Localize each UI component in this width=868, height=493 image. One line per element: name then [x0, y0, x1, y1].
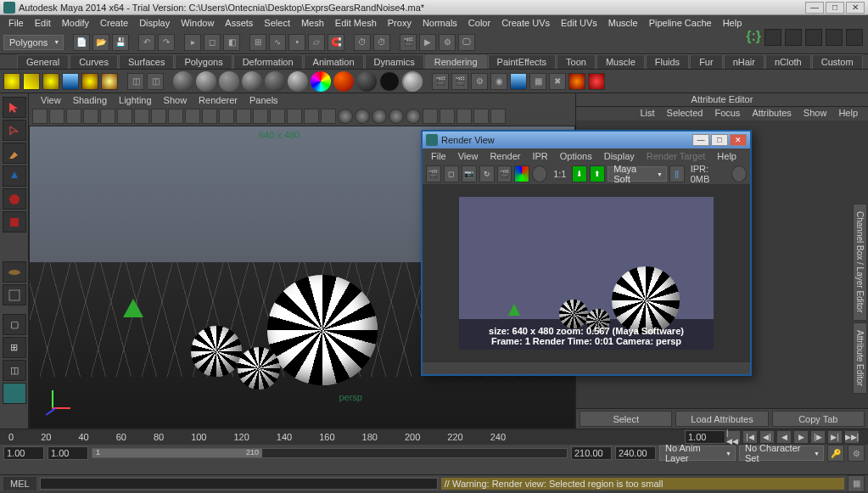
vp-menu-lighting[interactable]: Lighting	[114, 94, 157, 106]
anim-start-field[interactable]: 1.00	[3, 446, 44, 460]
shelf-tab-nhair[interactable]: nHair	[724, 54, 764, 69]
shader-anisotropic-icon[interactable]	[173, 71, 193, 92]
vp-menu-panels[interactable]: Panels	[244, 94, 283, 106]
vp-safe-title-icon[interactable]	[236, 109, 251, 124]
gear-object-med[interactable]	[191, 326, 242, 377]
shelf-tab-polygons[interactable]: Polygons	[175, 54, 232, 69]
go-to-start-button[interactable]: |◀◀	[725, 430, 741, 444]
rv-refresh-icon[interactable]: 🎬	[497, 165, 512, 182]
maximize-button[interactable]: □	[826, 2, 844, 14]
vp-xray-joints-icon[interactable]	[456, 109, 472, 124]
panel-layout-icon[interactable]	[785, 29, 802, 46]
snap-curve-icon[interactable]: ∿	[269, 34, 286, 51]
select-by-component-icon[interactable]: ◧	[223, 34, 240, 51]
rv-menu-help[interactable]: Help	[712, 149, 742, 163]
attr-menu-show[interactable]: Show	[798, 107, 832, 120]
menu-assets[interactable]: Assets	[220, 16, 258, 30]
history-off-icon[interactable]: ⏱	[373, 34, 390, 51]
shader-11-icon[interactable]	[402, 71, 423, 92]
menu-display[interactable]: Display	[134, 16, 175, 30]
command-input[interactable]	[40, 478, 438, 490]
scale-tool[interactable]	[3, 211, 26, 232]
menu-normals[interactable]: Normals	[417, 16, 462, 30]
show-attr-icon[interactable]	[805, 29, 822, 46]
rv-rgb-icon[interactable]	[514, 165, 529, 182]
shelf-tab-muscle[interactable]: Muscle	[596, 54, 645, 69]
rv-ipr-icon[interactable]: ↻	[479, 165, 495, 182]
shader-use-bg-icon[interactable]	[379, 71, 400, 92]
vp-motion-blur-icon[interactable]	[372, 109, 387, 124]
shelf-tab-fluids[interactable]: Fluids	[646, 54, 689, 69]
point-light-icon[interactable]	[42, 73, 59, 90]
snap-grid-icon[interactable]: ⊞	[249, 34, 266, 51]
render-view-title-bar[interactable]: Render View — □ ✕	[423, 132, 750, 148]
render-view-image-area[interactable]: size: 640 x 480 zoom: 0.567 (Maya Softwa…	[423, 184, 750, 362]
minimize-button[interactable]: —	[805, 2, 824, 14]
ambient-light-icon[interactable]	[3, 73, 20, 90]
vp-hq-icon[interactable]	[338, 109, 353, 124]
rv-remove-image-icon[interactable]: ⬆	[590, 165, 605, 182]
shader-layered-icon[interactable]	[288, 71, 308, 92]
shader-surface-icon[interactable]	[356, 71, 377, 92]
menu-select[interactable]: Select	[259, 16, 295, 30]
vp-dof-icon[interactable]	[406, 109, 421, 124]
side-tab-attr-editor[interactable]: Attribute Editor	[853, 322, 867, 394]
rv-alpha-icon[interactable]	[532, 165, 547, 182]
menu-help[interactable]: Help	[718, 16, 748, 30]
render-view-window[interactable]: Render View — □ ✕ File View Render IPR O…	[421, 130, 752, 376]
rv-menu-view[interactable]: View	[453, 149, 484, 163]
attr-menu-selected[interactable]: Selected	[662, 107, 708, 120]
rotate-tool[interactable]	[3, 188, 26, 210]
shelf-tab-fur[interactable]: Fur	[690, 54, 723, 69]
shelf-tab-rendering[interactable]: Rendering	[425, 54, 487, 69]
area-light-icon[interactable]	[81, 73, 98, 90]
vp-select-camera-icon[interactable]	[32, 109, 48, 124]
rv-maximize-button[interactable]: □	[711, 134, 728, 146]
single-pane-layout[interactable]: ▢	[3, 314, 26, 335]
vp-grid-icon[interactable]	[134, 109, 149, 124]
menu-proxy[interactable]: Proxy	[383, 16, 417, 30]
menu-color[interactable]: Color	[463, 16, 496, 30]
gear-object-small[interactable]	[238, 347, 280, 389]
vp-image-plane-icon[interactable]	[83, 109, 98, 124]
rv-pause-ipr-icon[interactable]: ||	[669, 165, 685, 182]
script-language-label[interactable]: MEL	[3, 477, 36, 490]
shelf-tab-curves[interactable]: Curves	[70, 54, 118, 69]
render-current-shelf-icon[interactable]: 🎬	[432, 73, 449, 90]
vp-shadows-icon[interactable]	[321, 109, 336, 124]
cone-object[interactable]	[123, 299, 143, 317]
save-scene-icon[interactable]: 💾	[112, 34, 129, 51]
undo-icon[interactable]: ↶	[138, 34, 155, 51]
vp-xray-icon[interactable]	[440, 109, 455, 124]
anim-prefs-button[interactable]: ⚙	[848, 445, 865, 462]
vp-menu-renderer[interactable]: Renderer	[193, 94, 243, 106]
rv-snapshot-icon[interactable]: 📷	[462, 165, 477, 182]
menu-modify[interactable]: Modify	[57, 16, 94, 30]
rv-keep-image-icon[interactable]: ⬇	[572, 165, 587, 182]
close-button[interactable]: ✕	[846, 2, 865, 14]
show-manip-tool[interactable]	[3, 284, 26, 305]
move-tool[interactable]	[3, 165, 26, 187]
rv-menu-render[interactable]: Render	[484, 149, 525, 163]
shader-phonge-icon[interactable]	[265, 71, 285, 92]
go-to-end-button[interactable]: ▶▶|	[844, 430, 860, 444]
show-channel-icon[interactable]	[846, 29, 863, 46]
shelf-tab-dynamics[interactable]: Dynamics	[365, 54, 424, 69]
rv-render-region-icon[interactable]: ◻	[444, 165, 459, 182]
soft-mod-tool[interactable]	[3, 261, 26, 283]
vp-expose-icon[interactable]	[473, 109, 489, 124]
shader-phong-icon[interactable]	[242, 71, 262, 92]
menu-mesh[interactable]: Mesh	[296, 16, 329, 30]
snap-live-icon[interactable]: 🧲	[328, 34, 344, 51]
shelf-tab-ncloth[interactable]: nCloth	[765, 54, 811, 69]
render-globals-icon[interactable]: ⚙	[471, 73, 488, 90]
quick-layout-icon[interactable]	[764, 29, 781, 46]
rv-menu-file[interactable]: File	[426, 149, 451, 163]
render-layer-icon[interactable]	[510, 73, 527, 90]
render-view-icon[interactable]: 🖵	[458, 34, 475, 51]
play-back-button[interactable]: ◀	[776, 430, 792, 444]
vp-gamma-icon[interactable]	[490, 109, 506, 124]
menu-file[interactable]: File	[3, 16, 29, 30]
anim-end-field[interactable]: 240.00	[615, 446, 656, 460]
step-forward-button[interactable]: |▶	[810, 430, 826, 444]
